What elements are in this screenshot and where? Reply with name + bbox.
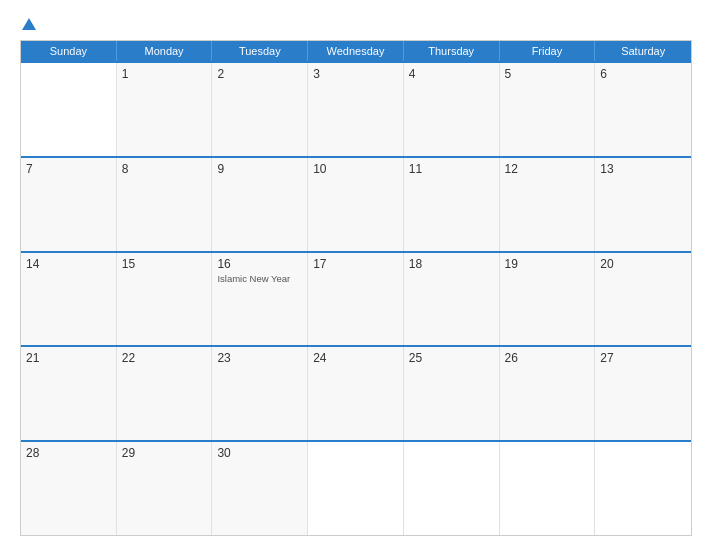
day-header-thursday: Thursday xyxy=(404,41,500,61)
day-header-tuesday: Tuesday xyxy=(212,41,308,61)
holiday-label: Islamic New Year xyxy=(217,273,302,285)
day-cell xyxy=(500,442,596,535)
day-cell: 18 xyxy=(404,253,500,346)
day-cell xyxy=(404,442,500,535)
day-cell: 26 xyxy=(500,347,596,440)
day-cell: 24 xyxy=(308,347,404,440)
day-number: 22 xyxy=(122,351,207,365)
day-cell: 8 xyxy=(117,158,213,251)
day-number: 2 xyxy=(217,67,302,81)
day-header-saturday: Saturday xyxy=(595,41,691,61)
logo xyxy=(20,18,36,30)
day-cell: 28 xyxy=(21,442,117,535)
week-row-2: 141516Islamic New Year17181920 xyxy=(21,251,691,346)
day-number: 3 xyxy=(313,67,398,81)
day-cell xyxy=(21,63,117,156)
day-cell: 27 xyxy=(595,347,691,440)
day-cell: 17 xyxy=(308,253,404,346)
week-row-0: 123456 xyxy=(21,61,691,156)
day-number: 26 xyxy=(505,351,590,365)
day-cell: 10 xyxy=(308,158,404,251)
day-cell: 7 xyxy=(21,158,117,251)
day-cell: 4 xyxy=(404,63,500,156)
week-row-1: 78910111213 xyxy=(21,156,691,251)
day-cell: 11 xyxy=(404,158,500,251)
day-cell: 12 xyxy=(500,158,596,251)
day-number: 25 xyxy=(409,351,494,365)
day-number: 14 xyxy=(26,257,111,271)
day-cell: 22 xyxy=(117,347,213,440)
day-number: 23 xyxy=(217,351,302,365)
day-cell: 30 xyxy=(212,442,308,535)
day-number: 29 xyxy=(122,446,207,460)
day-number: 10 xyxy=(313,162,398,176)
day-cell: 20 xyxy=(595,253,691,346)
day-header-sunday: Sunday xyxy=(21,41,117,61)
day-number: 27 xyxy=(600,351,686,365)
day-cell: 5 xyxy=(500,63,596,156)
day-number: 11 xyxy=(409,162,494,176)
day-number: 15 xyxy=(122,257,207,271)
day-cell: 13 xyxy=(595,158,691,251)
day-cell: 2 xyxy=(212,63,308,156)
day-number: 9 xyxy=(217,162,302,176)
day-header-monday: Monday xyxy=(117,41,213,61)
day-number: 5 xyxy=(505,67,590,81)
day-cell: 1 xyxy=(117,63,213,156)
logo-triangle-icon xyxy=(22,18,36,30)
day-number: 8 xyxy=(122,162,207,176)
day-cell xyxy=(308,442,404,535)
day-cell xyxy=(595,442,691,535)
day-number: 4 xyxy=(409,67,494,81)
day-cell: 9 xyxy=(212,158,308,251)
day-cell: 6 xyxy=(595,63,691,156)
week-row-4: 282930 xyxy=(21,440,691,535)
day-number: 28 xyxy=(26,446,111,460)
day-cell: 16Islamic New Year xyxy=(212,253,308,346)
day-number: 30 xyxy=(217,446,302,460)
day-number: 21 xyxy=(26,351,111,365)
day-cell: 25 xyxy=(404,347,500,440)
day-number: 12 xyxy=(505,162,590,176)
day-number: 13 xyxy=(600,162,686,176)
day-number: 18 xyxy=(409,257,494,271)
calendar-grid: SundayMondayTuesdayWednesdayThursdayFrid… xyxy=(20,40,692,536)
day-cell: 3 xyxy=(308,63,404,156)
day-number: 24 xyxy=(313,351,398,365)
day-number: 16 xyxy=(217,257,302,271)
weeks-container: 12345678910111213141516Islamic New Year1… xyxy=(21,61,691,535)
day-cell: 21 xyxy=(21,347,117,440)
day-number: 17 xyxy=(313,257,398,271)
day-headers-row: SundayMondayTuesdayWednesdayThursdayFrid… xyxy=(21,41,691,61)
day-header-wednesday: Wednesday xyxy=(308,41,404,61)
day-number: 7 xyxy=(26,162,111,176)
day-number: 20 xyxy=(600,257,686,271)
day-cell: 19 xyxy=(500,253,596,346)
day-number: 1 xyxy=(122,67,207,81)
day-cell: 23 xyxy=(212,347,308,440)
header xyxy=(20,18,692,30)
day-cell: 15 xyxy=(117,253,213,346)
week-row-3: 21222324252627 xyxy=(21,345,691,440)
calendar-page: SundayMondayTuesdayWednesdayThursdayFrid… xyxy=(0,0,712,550)
day-cell: 29 xyxy=(117,442,213,535)
day-header-friday: Friday xyxy=(500,41,596,61)
day-number: 19 xyxy=(505,257,590,271)
day-number: 6 xyxy=(600,67,686,81)
logo-blue-text xyxy=(20,18,36,30)
day-cell: 14 xyxy=(21,253,117,346)
